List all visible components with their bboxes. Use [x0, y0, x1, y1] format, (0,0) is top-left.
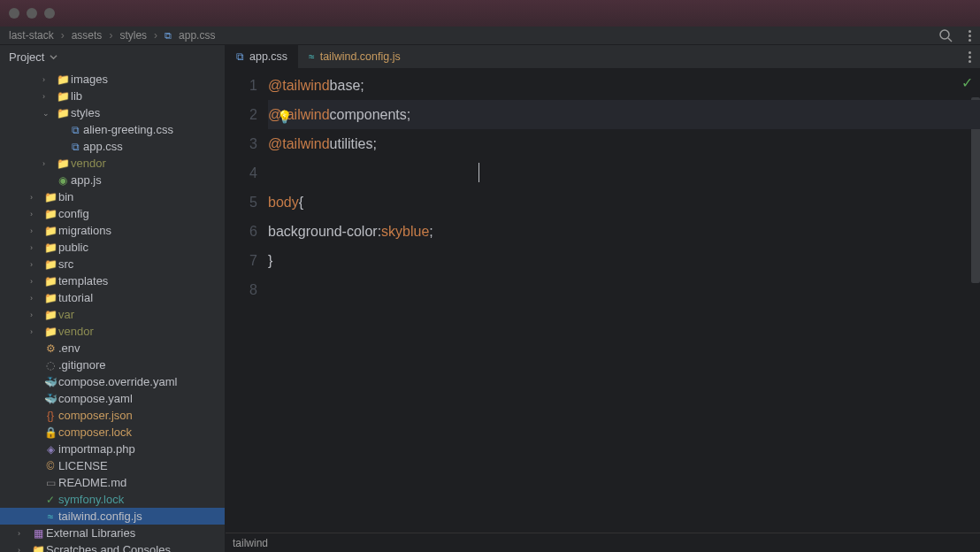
tree-item-label: styles [71, 106, 100, 119]
tree-item-label: importmap.php [58, 442, 135, 456]
lightbulb-icon[interactable]: 💡 [277, 103, 291, 117]
tree-item[interactable]: ▭README.md [0, 474, 225, 491]
file-tree[interactable]: ›📁images›📁lib⌄📁styles⧉alien-greeting.css… [0, 69, 225, 552]
editor-tab[interactable]: ⧉app.css [226, 45, 298, 68]
folder-green-icon: 📁 [42, 225, 58, 237]
code-line[interactable] [268, 275, 980, 304]
minimize-dot[interactable] [27, 8, 37, 19]
folder-gray-icon: 📁 [42, 309, 58, 321]
tree-item[interactable]: ›📁src [0, 256, 225, 272]
folder-green-icon: 📁 [55, 90, 71, 103]
line-number: 6 [226, 217, 257, 246]
tree-item[interactable]: ›📁public [0, 239, 225, 256]
code-content[interactable]: 💡 @tailwind base;@tailwind components;@t… [268, 69, 980, 533]
breadcrumb-segment[interactable]: app.css [179, 29, 215, 42]
tree-item-label: src [58, 257, 73, 271]
chevron-right-icon[interactable]: › [30, 260, 42, 269]
code-line[interactable]: @tailwind utilities; [268, 129, 980, 158]
line-number: 5 [226, 188, 257, 217]
maximize-dot[interactable] [44, 8, 55, 19]
breadcrumb-segment[interactable]: styles [119, 29, 147, 42]
tree-item[interactable]: ⌄📁styles [0, 104, 225, 121]
code-editor[interactable]: ✓ 12345678 💡 @tailwind base;@tailwind co… [226, 69, 980, 533]
tree-item-label: migrations [58, 224, 111, 237]
token: ; [373, 129, 377, 158]
tree-item[interactable]: ◌.gitignore [0, 356, 225, 373]
tree-item[interactable]: 🔒composer.lock [0, 424, 225, 441]
js-icon: ◉ [55, 174, 71, 187]
tree-item[interactable]: ✓symfony.lock [0, 491, 225, 508]
tree-item[interactable]: ◉app.js [0, 172, 225, 188]
tree-item[interactable]: ›▦External Libraries [0, 525, 225, 541]
tree-item[interactable]: ›📁var [0, 306, 225, 323]
chevron-right-icon[interactable]: › [30, 243, 42, 252]
code-line[interactable]: body { [268, 188, 980, 217]
chevron-right-icon[interactable]: › [42, 75, 55, 84]
css-icon: ⧉ [236, 50, 244, 63]
tree-item-label: tailwind.config.js [58, 510, 142, 523]
tree-item[interactable]: ◈importmap.php [0, 441, 225, 457]
tree-item[interactable]: ›📁lib [0, 88, 225, 104]
token: ; [360, 71, 364, 100]
chevron-right-icon[interactable]: › [42, 92, 55, 101]
tree-item-label: composer.json [58, 409, 133, 422]
code-line[interactable]: } [268, 246, 980, 275]
tree-item[interactable]: ©LICENSE [0, 457, 225, 474]
tree-item[interactable]: ⧉app.css [0, 138, 225, 155]
tree-item-label: alien-greeting.css [83, 123, 173, 136]
chevron-right-icon[interactable]: › [30, 277, 42, 286]
code-line[interactable] [268, 158, 980, 188]
breadcrumb-segment[interactable]: last-stack [9, 29, 54, 42]
chevron-right-icon[interactable]: › [30, 310, 42, 319]
project-header[interactable]: Project [0, 45, 225, 69]
breadcrumb-segment[interactable]: assets [72, 29, 103, 42]
editor-tab[interactable]: ≈tailwind.config.js [298, 45, 411, 68]
tree-item[interactable]: 🐳compose.yaml [0, 390, 225, 407]
tree-item[interactable]: {}composer.json [0, 407, 225, 424]
folder-orange-icon: 📁 [42, 292, 58, 304]
tree-item-label: compose.override.yaml [58, 375, 177, 388]
code-line[interactable]: @tailwind components; [268, 100, 980, 129]
chevron-right-icon[interactable]: › [30, 193, 42, 202]
svg-line-1 [948, 38, 952, 42]
tree-item-label: Scratches and Consoles [46, 543, 171, 552]
more-icon[interactable] [969, 30, 971, 42]
tree-item[interactable]: ›📁images [0, 71, 225, 88]
chevron-down-icon[interactable]: ⌄ [42, 109, 55, 118]
search-icon[interactable] [938, 28, 953, 42]
tree-item[interactable]: ›📁vendor [0, 323, 225, 340]
tree-item[interactable]: ›📁tutorial [0, 289, 225, 306]
tree-item-label: config [58, 207, 89, 220]
breadcrumbs[interactable]: last-stack›assets›styles›⧉app.css [9, 29, 215, 42]
tree-item[interactable]: ⚙.env [0, 340, 225, 356]
line-number: 4 [226, 158, 257, 188]
folder-blue-icon: 📁 [55, 73, 71, 86]
chevron-right-icon[interactable]: › [30, 210, 42, 218]
tree-item-label: symfony.lock [58, 493, 124, 506]
tree-item[interactable]: ›📁vendor [0, 155, 225, 172]
chevron-right-icon[interactable]: › [30, 226, 42, 235]
code-line[interactable]: background-color: skyblue; [268, 217, 980, 246]
token: ; [407, 100, 410, 129]
chevron-right-icon[interactable]: › [30, 294, 42, 303]
tree-item[interactable]: ⧉alien-greeting.css [0, 121, 225, 138]
code-line[interactable]: @tailwind base; [268, 71, 980, 100]
chevron-right-icon[interactable]: › [18, 546, 30, 553]
tree-item[interactable]: 🐳compose.override.yaml [0, 373, 225, 390]
tree-item[interactable]: ≈tailwind.config.js [0, 508, 225, 525]
folder-green-icon: 📁 [55, 157, 71, 170]
close-dot[interactable] [9, 8, 19, 19]
tree-item[interactable]: ›📁templates [0, 272, 225, 289]
tab-options-icon[interactable] [969, 51, 971, 63]
chevron-right-icon[interactable]: › [18, 529, 30, 538]
tree-item[interactable]: ›📁config [0, 205, 225, 222]
tree-item[interactable]: ›📁migrations [0, 222, 225, 239]
tree-item[interactable]: ›📁Scratches and Consoles [0, 541, 225, 552]
status-bar: tailwind [226, 533, 980, 552]
tree-item-label: README.md [58, 476, 126, 489]
tree-item[interactable]: ›📁bin [0, 188, 225, 205]
chevron-right-icon[interactable]: › [42, 159, 55, 168]
env-icon: ⚙ [42, 342, 58, 355]
chevron-right-icon[interactable]: › [30, 327, 42, 336]
tree-item-label: vendor [58, 325, 94, 338]
